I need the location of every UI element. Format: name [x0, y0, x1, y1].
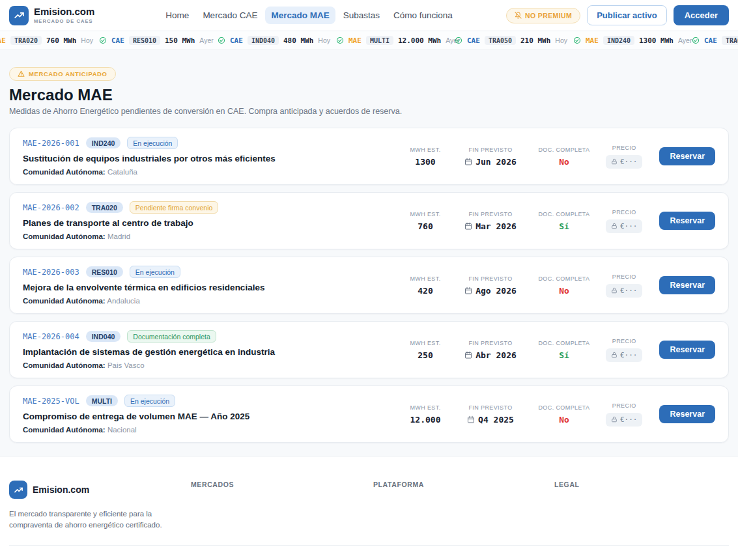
ticker-item[interactable]: MAE IND240 1300 MWh Ayer	[573, 36, 692, 45]
card-id: MAE-2026-002	[23, 203, 79, 212]
stat-mwh-label: MWH EST.	[405, 147, 446, 153]
ticker-item[interactable]: CAE IND040 480 MWh Hoy	[218, 36, 336, 45]
calendar-icon	[464, 158, 472, 165]
region-label: Comunidad Autónoma:	[23, 297, 106, 305]
stat-mwh: MWH EST. 12.000	[405, 404, 446, 425]
listing-card: MAE-2025-VOL MULTI En ejecución Compromi…	[9, 385, 729, 443]
ticker-item[interactable]: MAE MULTI 12.000 MWh Ayer	[336, 36, 455, 45]
nav-item[interactable]: Home	[160, 7, 195, 24]
stat-fin-value: Ago 2026	[475, 286, 517, 296]
locked-price-pill[interactable]: €···	[606, 284, 643, 298]
stat-precio-label: PRECIO	[606, 209, 643, 216]
reserve-button[interactable]: Reservar	[659, 276, 715, 294]
stat-mwh-value: 760	[405, 221, 446, 231]
brand-tagline: MERCADO DE CAES	[34, 18, 94, 24]
stat-fin-value: Jun 2026	[475, 157, 517, 167]
locked-price-pill[interactable]: €···	[606, 413, 643, 427]
stat-doc-completa: DOC. COMPLETA Sí	[535, 340, 593, 360]
card-info: MAE-2026-003 RES010 En ejecución Mejora …	[23, 266, 264, 305]
locked-price-value: €···	[620, 351, 638, 359]
card-info: MAE-2026-002 TRA020 Pendiente firma conv…	[23, 201, 218, 240]
footer-bottom-divider	[9, 545, 729, 555]
reserve-button[interactable]: Reservar	[659, 405, 715, 423]
ticker-code-chip: RES010	[129, 36, 160, 45]
ticker-item[interactable]: CAE TRA020 760 MWh Hoy	[692, 36, 738, 45]
ticker-amount: 760 MWh	[46, 36, 76, 45]
stat-precio: PRECIO €···	[606, 209, 643, 233]
card-id: MAE-2026-001	[23, 139, 79, 148]
card-stats: MWH EST. 1300 FIN PREVISTO Jun 2026	[405, 145, 715, 169]
check-circle-icon	[573, 36, 581, 44]
stat-mwh: MWH EST. 250	[405, 340, 446, 360]
stat-precio: PRECIO €···	[606, 145, 643, 169]
calendar-icon	[464, 222, 472, 230]
stat-mwh-value: 420	[405, 286, 446, 296]
stat-fin-value: Abr 2026	[475, 350, 517, 360]
login-button[interactable]: Acceder	[674, 5, 729, 25]
footer-column-heading: LEGAL	[554, 481, 729, 488]
ticker-when: Ayer	[199, 36, 213, 44]
nav-item[interactable]: Mercado MAE	[265, 7, 335, 24]
locked-price-pill[interactable]: €···	[606, 155, 643, 169]
ticker-item[interactable]: CAE TRA050 210 MWh Hoy	[455, 36, 573, 45]
reserve-button[interactable]: Reservar	[659, 341, 715, 359]
stat-fin-label: FIN PREVISTO	[459, 211, 522, 217]
footer-column: MERCADOS	[191, 481, 373, 531]
stat-fin-previsto: FIN PREVISTO Q4 2025	[459, 404, 522, 425]
reserve-button[interactable]: Reservar	[659, 212, 715, 230]
locked-price-value: €···	[620, 158, 638, 166]
nav-item[interactable]: Subastas	[337, 7, 386, 24]
card-id: MAE-2026-003	[23, 268, 79, 277]
card-title: Implantación de sistemas de gestión ener…	[23, 347, 275, 357]
stat-mwh: MWH EST. 760	[405, 211, 446, 231]
publish-asset-button[interactable]: Publicar activo	[587, 5, 666, 25]
brand-logo-block[interactable]: Emision.com MERCADO DE CAES	[9, 6, 94, 25]
footer-brand-block: Emision.com El mercado transparente y ef…	[9, 481, 191, 531]
stat-fin-value: Mar 2026	[475, 221, 517, 231]
no-premium-label: NO PREMIUM	[525, 12, 572, 20]
anticipated-market-badge: MERCADO ANTICIPADO	[9, 67, 116, 81]
card-region: Comunidad Autónoma: Nacional	[23, 426, 249, 434]
card-stats: MWH EST. 250 FIN PREVISTO Abr 2026	[405, 338, 715, 362]
stat-precio: PRECIO €···	[606, 338, 643, 362]
card-status-badge: En ejecución	[127, 137, 178, 149]
locked-price-value: €···	[620, 222, 638, 231]
trending-up-icon	[9, 6, 29, 25]
lock-icon	[611, 287, 617, 294]
footer-column: PLATAFORMA	[373, 481, 554, 531]
region-value: Andalucia	[107, 297, 140, 305]
stat-doc-value: No	[535, 286, 593, 296]
card-info: MAE-2025-VOL MULTI En ejecución Compromi…	[23, 395, 249, 434]
card-stats: MWH EST. 420 FIN PREVISTO Ago 2026	[405, 273, 715, 298]
reserve-button[interactable]: Reservar	[659, 147, 715, 165]
listing-card: MAE-2026-002 TRA020 Pendiente firma conv…	[9, 192, 729, 249]
ticker-item[interactable]: CAE RES010 150 MWh Ayer	[99, 36, 218, 45]
stat-precio-label: PRECIO	[606, 145, 643, 151]
ticker-market: MAE	[586, 36, 599, 45]
no-premium-badge: NO PREMIUM	[506, 8, 580, 23]
stat-mwh-label: MWH EST.	[405, 211, 446, 217]
ticker-when: Hoy	[555, 36, 567, 44]
bell-off-icon	[515, 12, 522, 19]
ticker-amount: 1300 MWh	[639, 36, 674, 45]
lock-icon	[611, 352, 617, 358]
card-category-chip: TRA020	[86, 202, 123, 213]
stat-fin-label: FIN PREVISTO	[459, 404, 522, 411]
locked-price-pill[interactable]: €···	[606, 219, 643, 233]
ticker-code-chip: IND040	[248, 36, 279, 45]
stat-doc-label: DOC. COMPLETA	[535, 147, 593, 153]
stat-precio: PRECIO €···	[606, 273, 643, 298]
nav-item[interactable]: Mercado CAE	[197, 7, 263, 24]
ticker-when: Hoy	[318, 36, 330, 44]
stat-doc-completa: DOC. COMPLETA No	[535, 404, 593, 425]
ticker-code-chip: MULTI	[366, 36, 393, 45]
stat-fin-previsto: FIN PREVISTO Ago 2026	[459, 275, 522, 296]
nav-item[interactable]: Cómo funciona	[388, 7, 459, 24]
ticker-amount: 150 MWh	[165, 36, 195, 45]
card-region: Comunidad Autónoma: Andalucia	[23, 297, 264, 305]
region-label: Comunidad Autónoma:	[23, 168, 106, 176]
ticker-item[interactable]: MAE TRA020 760 MWh Hoy	[0, 36, 99, 45]
locked-price-pill[interactable]: €···	[606, 348, 643, 362]
ticker-market: MAE	[0, 36, 6, 45]
stat-doc-value: No	[535, 415, 593, 425]
